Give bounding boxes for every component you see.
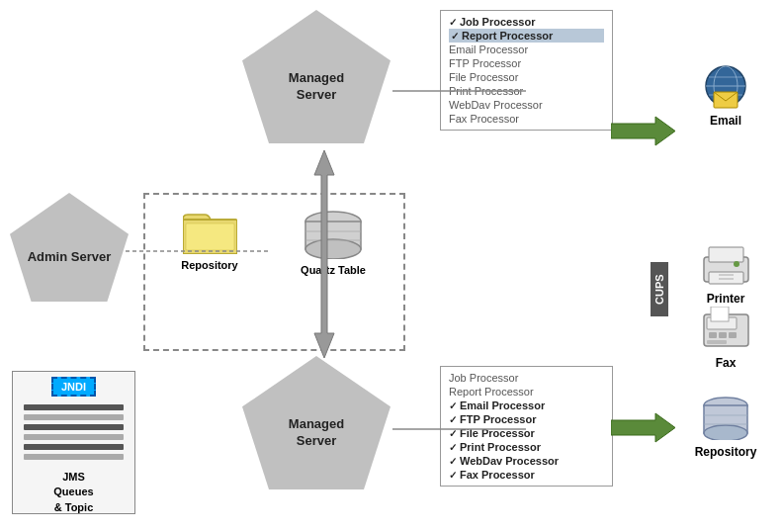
bottom-connect-line [392,427,526,432]
printer-icon [699,242,753,287]
repo-output-label: Repository [691,445,760,459]
svg-rect-27 [729,332,737,338]
fax-icon [699,307,753,351]
horiz-arrow-top [611,114,675,148]
admin-server-label: Admin Server [20,249,120,266]
managed-server-bottom-label: ManagedServer [281,416,352,450]
repo-output-icon [699,396,753,440]
proc-bot-item-3: ✓ Email Processor [449,399,604,412]
fax-output-area: Fax [691,307,760,370]
svg-marker-8 [314,150,334,358]
proc-top-item-5: File Processor [449,70,604,84]
horiz-arrow-bottom [611,410,675,445]
printer-output-label: Printer [691,292,760,306]
proc-bot-item-6: ✓ Print Processor [449,440,604,454]
svg-rect-25 [709,332,717,338]
email-output-area: Email [691,64,760,128]
svg-rect-20 [719,274,734,276]
email-output-label: Email [691,114,760,128]
repository-label: Repository [175,259,244,271]
proc-bot-item-8: ✓ Fax Processor [449,468,604,482]
proc-top-item-1: ✓ Job Processor [449,15,604,29]
printer-output-area: Printer [691,242,760,306]
proc-top-item-7: WebDav Processor [449,98,604,112]
admin-server-node: Admin Server [10,193,129,302]
proc-bot-item-1: Job Processor [449,371,604,385]
svg-rect-18 [709,247,743,262]
svg-marker-9 [611,117,675,145]
jms-lines [24,404,125,464]
processor-box-bottom: Job Processor Report Processor ✓ Email P… [440,366,613,487]
top-connect-line [392,89,526,94]
repository-icon-area: Repository [175,210,244,271]
fax-output-label: Fax [691,356,760,370]
svg-point-22 [734,261,739,267]
proc-top-item-3: Email Processor [449,43,604,56]
proc-top-item-2: ✓ Report Processor [449,29,604,43]
svg-point-32 [704,425,747,440]
svg-rect-2 [186,223,234,250]
email-icon [699,64,753,109]
svg-rect-28 [707,340,727,344]
main-dashed-box: Repository Quartz Table [143,193,405,351]
jms-label: JMSQueues& Topic [53,470,93,515]
managed-server-top-node: ManagedServer [242,10,391,143]
proc-bot-item-7: ✓ WebDav Processor [449,454,604,468]
managed-server-top-label: ManagedServer [281,70,352,104]
repo-output-area: Repository [691,396,760,459]
vertical-arrow [304,150,344,358]
jndi-label: JNDI [51,377,96,397]
admin-connect-line [126,247,269,255]
jms-box: JNDI JMSQueues& Topic [12,371,135,514]
svg-rect-21 [719,278,734,280]
proc-top-item-8: Fax Processor [449,112,604,126]
cups-label: CUPS [651,262,668,316]
svg-marker-10 [611,413,675,442]
svg-rect-29 [711,307,729,321]
svg-rect-26 [719,332,727,338]
diagram: Admin Server ManagedServer ManagedServer… [0,0,782,532]
proc-bot-item-4: ✓ FTP Processor [449,412,604,426]
managed-server-bottom-node: ManagedServer [242,356,391,489]
proc-top-item-4: FTP Processor [449,56,604,70]
processor-box-top: ✓ Job Processor ✓ Report Processor Email… [440,10,613,131]
proc-bot-item-2: Report Processor [449,385,604,399]
